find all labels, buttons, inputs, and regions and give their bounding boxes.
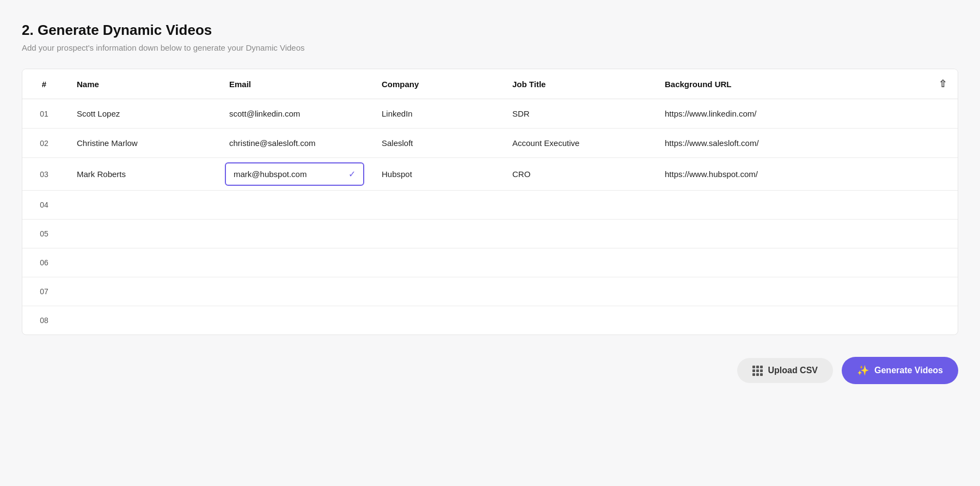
cell-email[interactable] xyxy=(218,220,371,248)
col-header-hash: # xyxy=(22,69,66,99)
cell-num: 07 xyxy=(22,277,66,306)
cell-company[interactable] xyxy=(371,220,501,248)
cell-jobtitle[interactable]: CRO xyxy=(501,158,654,191)
cell-email[interactable]: scott@linkedin.com xyxy=(218,99,371,129)
cell-upload xyxy=(928,191,958,220)
generate-videos-button[interactable]: ✨ Generate Videos xyxy=(842,357,958,384)
table-row: 04 xyxy=(22,191,958,220)
cell-bgurl[interactable] xyxy=(654,191,928,220)
cell-name[interactable] xyxy=(66,220,218,248)
col-header-upload[interactable]: ⇧ xyxy=(928,69,958,99)
upload-csv-button[interactable]: Upload CSV xyxy=(737,358,833,383)
col-header-email: Email xyxy=(218,69,371,99)
cell-bgurl[interactable] xyxy=(654,248,928,277)
page-title: 2. Generate Dynamic Videos xyxy=(22,22,958,39)
table-row: 08 xyxy=(22,306,958,335)
cell-upload xyxy=(928,158,958,191)
cell-name[interactable] xyxy=(66,191,218,220)
cell-company[interactable] xyxy=(371,191,501,220)
cell-email[interactable] xyxy=(218,277,371,306)
page-subtitle: Add your prospect's information down bel… xyxy=(22,43,958,52)
col-header-jobtitle: Job Title xyxy=(501,69,654,99)
table-row: 01Scott Lopezscott@linkedin.comLinkedInS… xyxy=(22,99,958,129)
table-row: 07 xyxy=(22,277,958,306)
cell-jobtitle[interactable] xyxy=(501,277,654,306)
cell-bgurl[interactable] xyxy=(654,306,928,335)
generate-videos-label: Generate Videos xyxy=(874,366,943,375)
cell-jobtitle[interactable] xyxy=(501,306,654,335)
cell-upload xyxy=(928,220,958,248)
table-row: 02Christine Marlowchristine@salesloft.co… xyxy=(22,129,958,158)
cell-upload xyxy=(928,99,958,129)
upload-csv-label: Upload CSV xyxy=(768,366,818,375)
cell-email[interactable] xyxy=(218,191,371,220)
cell-upload xyxy=(928,306,958,335)
cell-bgurl[interactable] xyxy=(654,277,928,306)
cell-company[interactable]: Salesloft xyxy=(371,129,501,158)
cell-upload xyxy=(928,277,958,306)
data-table: # Name Email Company Job Title Backgroun… xyxy=(22,69,958,335)
cell-jobtitle[interactable] xyxy=(501,220,654,248)
cell-bgurl[interactable]: https://www.hubspot.com/ xyxy=(654,158,928,191)
table-row: 06 xyxy=(22,248,958,277)
cell-name[interactable]: Christine Marlow xyxy=(66,129,218,158)
cell-name[interactable] xyxy=(66,277,218,306)
cell-num: 06 xyxy=(22,248,66,277)
col-header-bgurl: Background URL xyxy=(654,69,928,99)
bottom-actions: Upload CSV ✨ Generate Videos xyxy=(22,351,958,390)
cell-num: 03 xyxy=(22,158,66,191)
cell-company[interactable] xyxy=(371,306,501,335)
cell-company[interactable] xyxy=(371,277,501,306)
grid-icon xyxy=(752,366,762,375)
cell-name[interactable] xyxy=(66,248,218,277)
cell-jobtitle[interactable]: Account Executive xyxy=(501,129,654,158)
cell-num: 05 xyxy=(22,220,66,248)
cell-jobtitle[interactable]: SDR xyxy=(501,99,654,129)
cell-num: 04 xyxy=(22,191,66,220)
cell-email[interactable]: ✓ xyxy=(218,158,371,191)
cell-company[interactable]: Hubspot xyxy=(371,158,501,191)
table-row: 03Mark Roberts✓HubspotCROhttps://www.hub… xyxy=(22,158,958,191)
upload-icon: ⇧ xyxy=(939,78,947,89)
table-row: 05 xyxy=(22,220,958,248)
cell-num: 08 xyxy=(22,306,66,335)
cell-num: 02 xyxy=(22,129,66,158)
cell-name[interactable] xyxy=(66,306,218,335)
col-header-company: Company xyxy=(371,69,501,99)
cell-upload xyxy=(928,129,958,158)
cell-jobtitle[interactable] xyxy=(501,191,654,220)
cell-upload xyxy=(928,248,958,277)
cell-email[interactable] xyxy=(218,306,371,335)
cell-company[interactable]: LinkedIn xyxy=(371,99,501,129)
cell-email[interactable] xyxy=(218,248,371,277)
cell-bgurl[interactable]: https://www.linkedin.com/ xyxy=(654,99,928,129)
cell-bgurl[interactable] xyxy=(654,220,928,248)
cell-jobtitle[interactable] xyxy=(501,248,654,277)
wand-icon: ✨ xyxy=(857,364,869,376)
cell-email[interactable]: christine@salesloft.com xyxy=(218,129,371,158)
email-input[interactable] xyxy=(234,169,344,179)
checkmark-icon: ✓ xyxy=(348,169,356,179)
cell-name[interactable]: Scott Lopez xyxy=(66,99,218,129)
cell-company[interactable] xyxy=(371,248,501,277)
col-header-name: Name xyxy=(66,69,218,99)
cell-bgurl[interactable]: https://www.salesloft.com/ xyxy=(654,129,928,158)
cell-name[interactable]: Mark Roberts xyxy=(66,158,218,191)
cell-num: 01 xyxy=(22,99,66,129)
